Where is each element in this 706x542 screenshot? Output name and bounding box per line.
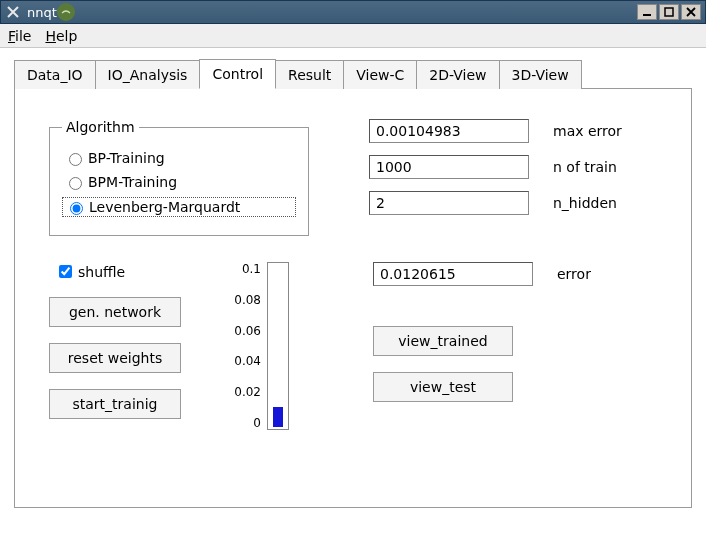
error-gauge: 0.1 0.08 0.06 0.04 0.02 0: [223, 262, 303, 435]
menubar: File Help: [0, 24, 706, 48]
svg-rect-2: [665, 8, 673, 16]
close-button[interactable]: [681, 4, 701, 20]
radio-bp-training[interactable]: BP-Training: [62, 149, 296, 167]
view-trained-button[interactable]: view_trained: [373, 326, 513, 356]
tab-data-io[interactable]: Data_IO: [14, 60, 96, 89]
error-label: error: [557, 266, 647, 282]
n-hidden-input[interactable]: [369, 191, 529, 215]
tick-1: 0.08: [234, 293, 261, 307]
minimize-button[interactable]: [637, 4, 657, 20]
shuffle-label: shuffle: [78, 264, 125, 280]
radio-lm-label: Levenberg-Marquardt: [89, 199, 240, 215]
tab-control[interactable]: Control: [199, 59, 276, 89]
radio-bpm-input[interactable]: [69, 177, 82, 190]
max-error-label: max error: [553, 123, 643, 139]
maximize-button[interactable]: [659, 4, 679, 20]
tick-4: 0.02: [234, 385, 261, 399]
client-area: Data_IO IO_Analysis Control Result View-…: [0, 48, 706, 542]
left-controls: shuffle gen. network reset weights start…: [49, 262, 229, 435]
n-of-train-input[interactable]: [369, 155, 529, 179]
radio-bp-label: BP-Training: [88, 150, 165, 166]
radio-bpm-training[interactable]: BPM-Training: [62, 173, 296, 191]
tick-2: 0.06: [234, 324, 261, 338]
tab-view-c[interactable]: View-C: [343, 60, 417, 89]
window-title: nnqt: [27, 5, 57, 20]
algorithm-group: Algorithm BP-Training BPM-Training Leven…: [49, 119, 309, 236]
shuffle-checkbox[interactable]: [59, 265, 72, 278]
shuffle-checkbox-row[interactable]: shuffle: [55, 262, 229, 281]
right-controls: error view_trained view_test: [373, 262, 647, 435]
n-hidden-label: n_hidden: [553, 195, 643, 211]
tab-3d-view[interactable]: 3D-View: [499, 60, 582, 89]
svg-rect-1: [643, 14, 651, 16]
view-test-button[interactable]: view_test: [373, 372, 513, 402]
tab-io-analysis[interactable]: IO_Analysis: [95, 60, 201, 89]
tab-2d-view[interactable]: 2D-View: [416, 60, 499, 89]
suse-logo-icon: [57, 3, 75, 21]
reset-weights-button[interactable]: reset weights: [49, 343, 181, 373]
tick-5: 0: [253, 416, 261, 430]
tick-3: 0.04: [234, 354, 261, 368]
titlebar: nnqt: [0, 0, 706, 24]
radio-levenberg-marquardt[interactable]: Levenberg-Marquardt: [62, 197, 296, 217]
n-of-train-label: n of train: [553, 159, 643, 175]
menu-file[interactable]: File: [8, 28, 31, 44]
error-input[interactable]: [373, 262, 533, 286]
tab-panel-control: Algorithm BP-Training BPM-Training Leven…: [14, 88, 692, 508]
gen-network-button[interactable]: gen. network: [49, 297, 181, 327]
params-column: max error n of train n_hidden: [369, 119, 643, 236]
radio-bp-input[interactable]: [69, 153, 82, 166]
tab-result[interactable]: Result: [275, 60, 344, 89]
algorithm-legend: Algorithm: [62, 119, 139, 135]
radio-lm-input[interactable]: [70, 202, 83, 215]
gauge-bar-fill: [273, 407, 283, 427]
menu-file-rest: ile: [15, 28, 31, 44]
gauge-ticks: 0.1 0.08 0.06 0.04 0.02 0: [223, 262, 261, 430]
gauge-bar-track: [267, 262, 289, 430]
max-error-input[interactable]: [369, 119, 529, 143]
radio-bpm-label: BPM-Training: [88, 174, 177, 190]
menu-help[interactable]: Help: [45, 28, 77, 44]
menu-help-rest: elp: [56, 28, 77, 44]
start-training-button[interactable]: start_trainig: [49, 389, 181, 419]
x-icon: [5, 4, 21, 20]
tab-strip: Data_IO IO_Analysis Control Result View-…: [14, 58, 692, 88]
tick-0: 0.1: [242, 262, 261, 276]
